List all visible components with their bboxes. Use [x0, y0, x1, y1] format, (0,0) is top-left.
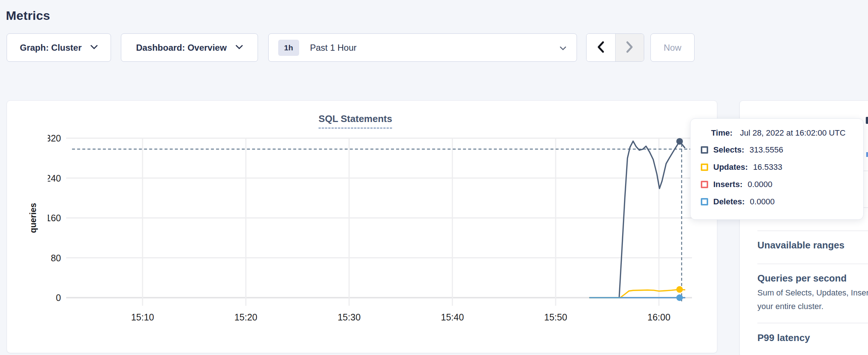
svg-text:15:10: 15:10 — [131, 312, 154, 322]
svg-text:0: 0 — [56, 293, 61, 303]
now-button-label: Now — [664, 43, 681, 53]
next-interval-button[interactable] — [616, 34, 644, 61]
obscured-link-fragment — [866, 152, 868, 157]
svg-text:160: 160 — [48, 213, 61, 223]
chevron-right-icon — [625, 41, 634, 55]
graph-selector-label: Graph: Cluster — [20, 43, 82, 53]
tooltip-row-value: 0.0000 — [747, 180, 772, 189]
chart-title[interactable]: SQL Statements — [319, 113, 392, 129]
sidebar-description-line: Sum of Selects, Updates, Inser — [757, 288, 868, 298]
svg-text:240: 240 — [48, 173, 61, 183]
tooltip-row-updates: Updates: 16.5333 — [701, 162, 863, 173]
chevron-down-icon — [560, 46, 566, 52]
y-axis-label: queries — [26, 195, 40, 241]
svg-text:16:00: 16:00 — [648, 312, 671, 322]
legend-swatch-deletes — [701, 198, 708, 205]
tooltip-row-label: Selects: — [713, 145, 744, 155]
dashboard-selector-label: Dashboard: Overview — [136, 43, 227, 53]
tooltip-row-inserts: Inserts: 0.0000 — [701, 179, 863, 190]
svg-text:15:50: 15:50 — [544, 312, 567, 322]
legend-swatch-inserts — [701, 181, 708, 188]
tooltip-row-deletes: Deletes: 0.0000 — [701, 196, 863, 207]
chevron-down-icon — [236, 44, 243, 51]
hover-tooltip: Time: Jul 28, 2022 at 16:02:00 UTC Selec… — [690, 118, 864, 220]
time-step-control — [586, 33, 644, 62]
chevron-left-icon — [597, 41, 605, 55]
divider — [757, 323, 868, 323]
legend-swatch-updates — [701, 164, 708, 171]
divider — [757, 230, 868, 231]
time-range-selector[interactable]: 1h Past 1 Hour — [268, 33, 577, 62]
time-range-label: Past 1 Hour — [310, 43, 357, 53]
sidebar-description-line: your entire cluster. — [757, 302, 824, 311]
tooltip-row-value: 0.0000 — [750, 197, 775, 207]
sidebar-heading-unavailable-ranges: Unavailable ranges — [757, 240, 844, 251]
tooltip-row-selects: Selects: 313.5556 — [701, 144, 863, 155]
tooltip-row-label: Updates: — [713, 162, 748, 172]
tooltip-row-label: Deletes: — [713, 197, 745, 207]
tooltip-time-value: Jul 28, 2022 at 16:02:00 UTC — [740, 128, 845, 137]
chevron-down-icon — [90, 44, 98, 51]
tooltip-row-value: 16.5333 — [753, 162, 782, 172]
svg-text:15:40: 15:40 — [441, 312, 464, 322]
tooltip-row-value: 313.5556 — [749, 145, 783, 155]
svg-text:80: 80 — [51, 253, 61, 263]
dashboard-selector[interactable]: Dashboard: Overview — [121, 33, 258, 62]
previous-interval-button[interactable] — [587, 34, 616, 61]
tooltip-time-label: Time: — [711, 128, 732, 137]
sql-statements-chart[interactable]: 08016024032015:1015:2015:3015:4015:5016:… — [48, 125, 706, 338]
svg-text:320: 320 — [48, 133, 61, 143]
page-title: Metrics — [6, 8, 50, 23]
tooltip-row-label: Inserts: — [713, 180, 742, 189]
svg-text:15:30: 15:30 — [338, 312, 361, 322]
metrics-page: Metrics Graph: Cluster Dashboard: Overvi… — [0, 0, 868, 355]
graph-selector[interactable]: Graph: Cluster — [7, 33, 111, 62]
time-range-badge: 1h — [278, 40, 299, 56]
tooltip-time-row: Time: Jul 28, 2022 at 16:02:00 UTC — [701, 128, 863, 138]
svg-text:15:20: 15:20 — [234, 312, 258, 322]
divider — [757, 263, 868, 264]
sidebar-heading-queries-per-second: Queries per second — [757, 273, 847, 284]
obscured-text-fragment — [866, 117, 868, 124]
now-button[interactable]: Now — [650, 33, 695, 62]
legend-swatch-selects — [701, 146, 708, 154]
sidebar-heading-p99-latency: P99 latency — [757, 332, 810, 344]
